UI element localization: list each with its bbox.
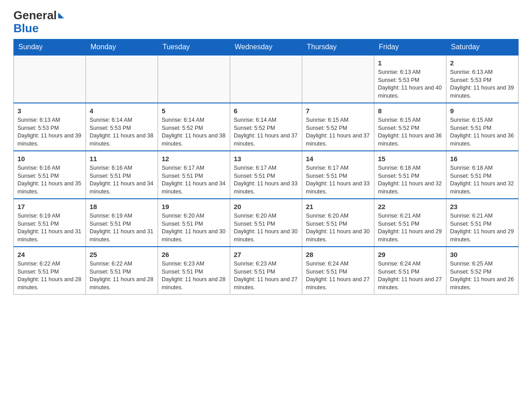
day-info: Sunrise: 6:20 AM Sunset: 5:51 PM Dayligh… (306, 212, 370, 244)
day-info: Sunrise: 6:21 AM Sunset: 5:51 PM Dayligh… (378, 212, 442, 244)
calendar-day-cell: 22Sunrise: 6:21 AM Sunset: 5:51 PM Dayli… (374, 199, 446, 247)
day-info: Sunrise: 6:14 AM Sunset: 5:53 PM Dayligh… (90, 116, 154, 148)
day-number: 12 (162, 154, 226, 163)
calendar-day-cell: 18Sunrise: 6:19 AM Sunset: 5:51 PM Dayli… (86, 199, 158, 247)
calendar-day-cell: 29Sunrise: 6:24 AM Sunset: 5:51 PM Dayli… (374, 247, 446, 295)
day-info: Sunrise: 6:17 AM Sunset: 5:51 PM Dayligh… (234, 164, 298, 196)
logo-general-text: General (13, 9, 64, 22)
day-number: 27 (234, 250, 298, 259)
day-number: 26 (162, 250, 226, 259)
calendar-day-cell (302, 55, 374, 103)
day-info: Sunrise: 6:15 AM Sunset: 5:52 PM Dayligh… (306, 116, 370, 148)
calendar-day-cell: 8Sunrise: 6:15 AM Sunset: 5:52 PM Daylig… (374, 103, 446, 151)
day-info: Sunrise: 6:24 AM Sunset: 5:51 PM Dayligh… (378, 260, 442, 291)
calendar-day-cell: 21Sunrise: 6:20 AM Sunset: 5:51 PM Dayli… (302, 199, 374, 247)
day-info: Sunrise: 6:13 AM Sunset: 5:53 PM Dayligh… (378, 68, 442, 100)
day-info: Sunrise: 6:15 AM Sunset: 5:52 PM Dayligh… (378, 116, 442, 148)
day-number: 16 (450, 154, 515, 163)
calendar-day-cell: 12Sunrise: 6:17 AM Sunset: 5:51 PM Dayli… (158, 151, 230, 199)
calendar-day-cell: 27Sunrise: 6:23 AM Sunset: 5:51 PM Dayli… (230, 247, 302, 295)
calendar-day-cell: 7Sunrise: 6:15 AM Sunset: 5:52 PM Daylig… (302, 103, 374, 151)
day-info: Sunrise: 6:22 AM Sunset: 5:51 PM Dayligh… (90, 260, 154, 291)
day-info: Sunrise: 6:13 AM Sunset: 5:53 PM Dayligh… (17, 116, 82, 148)
calendar-day-cell: 30Sunrise: 6:25 AM Sunset: 5:52 PM Dayli… (446, 247, 519, 295)
calendar-day-cell: 15Sunrise: 6:18 AM Sunset: 5:51 PM Dayli… (374, 151, 446, 199)
day-number: 22 (378, 202, 442, 211)
calendar-week-row: 1Sunrise: 6:13 AM Sunset: 5:53 PM Daylig… (14, 55, 519, 103)
day-number: 18 (90, 202, 154, 211)
calendar-day-cell: 16Sunrise: 6:18 AM Sunset: 5:51 PM Dayli… (446, 151, 519, 199)
calendar-day-cell (14, 55, 86, 103)
day-info: Sunrise: 6:22 AM Sunset: 5:51 PM Dayligh… (17, 260, 82, 291)
day-number: 29 (378, 250, 442, 259)
day-of-week-header: Sunday (14, 39, 86, 56)
day-of-week-header: Wednesday (230, 39, 302, 56)
calendar-week-row: 17Sunrise: 6:19 AM Sunset: 5:51 PM Dayli… (14, 199, 519, 247)
day-of-week-header: Saturday (446, 39, 519, 56)
day-number: 21 (306, 202, 370, 211)
calendar-day-cell (86, 55, 158, 103)
calendar-day-cell: 24Sunrise: 6:22 AM Sunset: 5:51 PM Dayli… (14, 247, 86, 295)
calendar-day-cell: 17Sunrise: 6:19 AM Sunset: 5:51 PM Dayli… (14, 199, 86, 247)
calendar-day-cell: 11Sunrise: 6:16 AM Sunset: 5:51 PM Dayli… (86, 151, 158, 199)
day-number: 2 (450, 58, 515, 68)
day-info: Sunrise: 6:19 AM Sunset: 5:51 PM Dayligh… (90, 212, 154, 244)
day-number: 15 (378, 154, 442, 163)
day-number: 17 (17, 202, 82, 211)
day-number: 19 (162, 202, 226, 211)
calendar-day-cell: 20Sunrise: 6:20 AM Sunset: 5:51 PM Dayli… (230, 199, 302, 247)
day-number: 3 (17, 106, 82, 116)
day-number: 9 (450, 106, 515, 116)
calendar-week-row: 24Sunrise: 6:22 AM Sunset: 5:51 PM Dayli… (14, 247, 519, 295)
day-info: Sunrise: 6:16 AM Sunset: 5:51 PM Dayligh… (90, 164, 154, 196)
day-info: Sunrise: 6:23 AM Sunset: 5:51 PM Dayligh… (162, 260, 226, 291)
day-info: Sunrise: 6:14 AM Sunset: 5:52 PM Dayligh… (234, 116, 298, 148)
day-number: 10 (17, 154, 82, 163)
calendar-day-cell: 1Sunrise: 6:13 AM Sunset: 5:53 PM Daylig… (374, 55, 446, 103)
calendar-day-cell: 25Sunrise: 6:22 AM Sunset: 5:51 PM Dayli… (86, 247, 158, 295)
calendar-day-cell: 5Sunrise: 6:14 AM Sunset: 5:52 PM Daylig… (158, 103, 230, 151)
logo-blue-text: Blue (13, 22, 39, 35)
day-info: Sunrise: 6:19 AM Sunset: 5:51 PM Dayligh… (17, 212, 82, 244)
day-number: 24 (17, 250, 82, 259)
calendar-day-cell: 2Sunrise: 6:13 AM Sunset: 5:53 PM Daylig… (446, 55, 519, 103)
calendar-day-cell: 9Sunrise: 6:15 AM Sunset: 5:51 PM Daylig… (446, 103, 519, 151)
day-info: Sunrise: 6:18 AM Sunset: 5:51 PM Dayligh… (450, 164, 515, 196)
logo: General Blue (13, 9, 64, 34)
day-of-week-header: Monday (86, 39, 158, 56)
calendar-day-cell: 19Sunrise: 6:20 AM Sunset: 5:51 PM Dayli… (158, 199, 230, 247)
day-number: 6 (234, 106, 298, 116)
day-info: Sunrise: 6:13 AM Sunset: 5:53 PM Dayligh… (450, 68, 515, 100)
calendar-day-cell (230, 55, 302, 103)
calendar-header: SundayMondayTuesdayWednesdayThursdayFrid… (14, 39, 519, 56)
day-info: Sunrise: 6:14 AM Sunset: 5:52 PM Dayligh… (162, 116, 226, 148)
calendar-day-cell: 23Sunrise: 6:21 AM Sunset: 5:51 PM Dayli… (446, 199, 519, 247)
calendar-week-row: 3Sunrise: 6:13 AM Sunset: 5:53 PM Daylig… (14, 103, 519, 151)
day-info: Sunrise: 6:20 AM Sunset: 5:51 PM Dayligh… (162, 212, 226, 244)
calendar-day-cell: 3Sunrise: 6:13 AM Sunset: 5:53 PM Daylig… (14, 103, 86, 151)
day-number: 20 (234, 202, 298, 211)
day-of-week-header: Thursday (302, 39, 374, 56)
calendar-body: 1Sunrise: 6:13 AM Sunset: 5:53 PM Daylig… (14, 55, 519, 295)
day-number: 28 (306, 250, 370, 259)
day-number: 13 (234, 154, 298, 163)
calendar-day-cell: 26Sunrise: 6:23 AM Sunset: 5:51 PM Dayli… (158, 247, 230, 295)
calendar-day-cell: 10Sunrise: 6:16 AM Sunset: 5:51 PM Dayli… (14, 151, 86, 199)
calendar-day-cell: 13Sunrise: 6:17 AM Sunset: 5:51 PM Dayli… (230, 151, 302, 199)
calendar-day-cell: 28Sunrise: 6:24 AM Sunset: 5:51 PM Dayli… (302, 247, 374, 295)
calendar-day-cell: 14Sunrise: 6:17 AM Sunset: 5:51 PM Dayli… (302, 151, 374, 199)
page-header: General Blue (13, 9, 519, 34)
day-info: Sunrise: 6:25 AM Sunset: 5:52 PM Dayligh… (450, 260, 515, 291)
day-of-week-header: Friday (374, 39, 446, 56)
day-info: Sunrise: 6:24 AM Sunset: 5:51 PM Dayligh… (306, 260, 370, 291)
day-of-week-header: Tuesday (158, 39, 230, 56)
day-info: Sunrise: 6:16 AM Sunset: 5:51 PM Dayligh… (17, 164, 82, 196)
day-number: 30 (450, 250, 515, 259)
calendar-day-cell: 4Sunrise: 6:14 AM Sunset: 5:53 PM Daylig… (86, 103, 158, 151)
calendar-day-cell (158, 55, 230, 103)
day-number: 8 (378, 106, 442, 116)
day-number: 23 (450, 202, 515, 211)
day-info: Sunrise: 6:23 AM Sunset: 5:51 PM Dayligh… (234, 260, 298, 291)
calendar-week-row: 10Sunrise: 6:16 AM Sunset: 5:51 PM Dayli… (14, 151, 519, 199)
day-number: 5 (162, 106, 226, 116)
